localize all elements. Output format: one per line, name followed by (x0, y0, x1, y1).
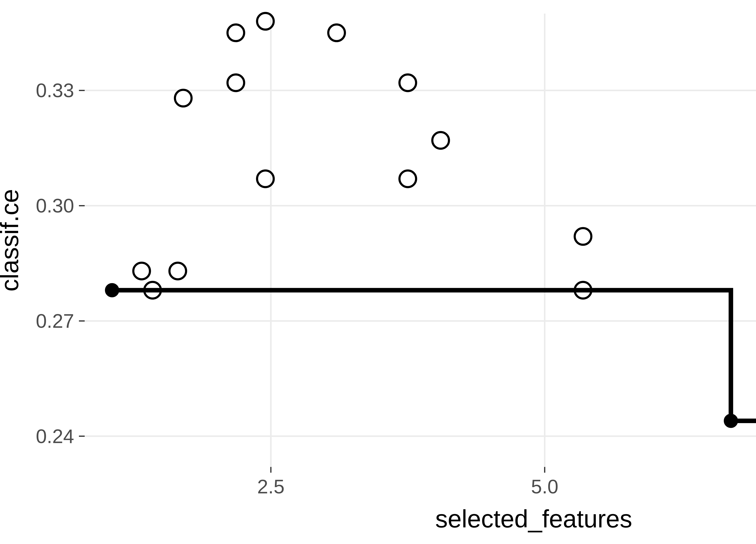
y-tick-label: 0.30 (36, 195, 74, 217)
y-axis-title: classif.ce (0, 189, 23, 291)
pareto-point (724, 414, 738, 428)
x-axis-ticks: 2.55.07.5 (257, 467, 756, 498)
x-tick-label: 5.0 (531, 476, 558, 498)
y-tick-label: 0.24 (36, 425, 74, 447)
y-axis-ticks: 0.240.270.300.33 (36, 79, 85, 447)
x-tick-label: 2.5 (257, 476, 285, 498)
y-tick-label: 0.27 (36, 310, 74, 332)
y-tick-label: 0.33 (36, 79, 74, 101)
plot-panel (85, 13, 756, 467)
pareto-point (105, 283, 119, 297)
chart-container: 2.55.07.5 0.240.270.300.33 selected_feat… (0, 0, 756, 544)
panel-background (85, 14, 756, 467)
x-axis-title: selected_features (435, 505, 632, 533)
chart-svg: 2.55.07.5 0.240.270.300.33 selected_feat… (0, 0, 756, 544)
